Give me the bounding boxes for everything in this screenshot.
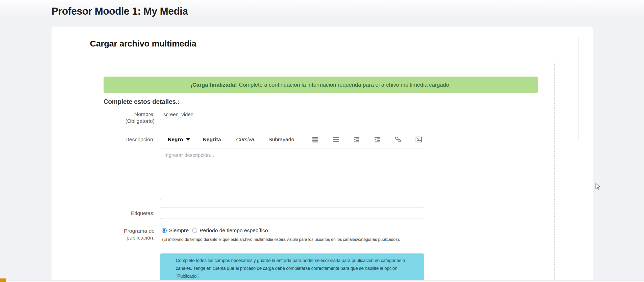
upload-form-container: ¡Carga finalizada! Complete a continuaci…	[90, 62, 555, 282]
description-textarea[interactable]	[160, 149, 424, 200]
name-row: Nombre: (Obligatorio)	[104, 109, 554, 124]
mouse-cursor-icon	[595, 183, 602, 191]
tags-label: Etiquetas:	[104, 207, 155, 217]
banner-bold-text: ¡Carga finalizada!	[190, 82, 237, 88]
description-label: Descripción:	[104, 134, 155, 143]
ordered-list-icon[interactable]	[312, 136, 318, 143]
bold-button[interactable]: Negrita	[203, 136, 221, 143]
schedule-options: Siempre Periodo de tiempo específico	[160, 227, 424, 233]
radio-always[interactable]	[162, 228, 167, 233]
underline-button[interactable]: Subrayado	[268, 136, 294, 143]
text-color-select[interactable]: Negro	[168, 136, 190, 143]
toolbar-icons	[312, 136, 436, 143]
name-label: Nombre: (Obligatorio)	[104, 109, 155, 124]
tags-row: Etiquetas:	[104, 207, 554, 219]
name-required-note: (Obligatorio)	[104, 118, 155, 124]
upload-success-banner: ¡Carga finalizada! Complete a continuaci…	[104, 77, 538, 93]
richtext-toolbar: Negro Negrita Cursiva Subrayado	[160, 134, 424, 145]
publish-info-box: Complete todos los campos necesarios y g…	[160, 253, 424, 282]
radio-specific-period-label: Periodo de tiempo específico	[200, 227, 268, 233]
scrollbar-thumb[interactable]	[579, 38, 579, 142]
page-title: Profesor Moodle 1: My Media	[52, 6, 188, 17]
details-form: Nombre: (Obligatorio) Descripción: Negro	[104, 109, 554, 282]
indent-icon[interactable]	[374, 136, 381, 143]
outdent-icon[interactable]	[353, 136, 360, 143]
section-heading: Complete estos detalles.:	[104, 98, 554, 105]
name-input[interactable]	[160, 109, 424, 120]
schedule-label: Programa de publicación:	[104, 227, 155, 241]
form-heading: Cargar archivo multimedia	[90, 39, 196, 49]
page: Profesor Moodle 1: My Media Cargar archi…	[0, 0, 644, 282]
tags-input[interactable]	[160, 207, 424, 219]
link-icon[interactable]	[395, 136, 401, 143]
banner-text: Complete a continuación la información r…	[239, 82, 451, 88]
radio-specific-period[interactable]	[192, 228, 197, 233]
schedule-hint: (El intervalo de tiempo durante el que e…	[160, 237, 424, 242]
bottom-left-accent	[0, 278, 6, 282]
name-label-text: Nombre:	[104, 111, 155, 118]
unordered-list-icon[interactable]	[333, 136, 339, 143]
chevron-down-icon	[186, 138, 190, 141]
text-color-value: Negro	[168, 136, 183, 143]
schedule-row: Programa de publicación: Siempre Periodo…	[104, 227, 554, 282]
radio-always-label: Siempre	[169, 227, 189, 233]
description-row: Descripción: Negro Negrita Cursiva Subra…	[104, 134, 554, 201]
italic-button[interactable]: Cursiva	[236, 136, 254, 143]
window-bottom-edge	[0, 280, 644, 282]
media-upload-card: Cargar archivo multimedia ¡Carga finaliz…	[52, 27, 593, 282]
image-icon[interactable]	[415, 136, 422, 143]
